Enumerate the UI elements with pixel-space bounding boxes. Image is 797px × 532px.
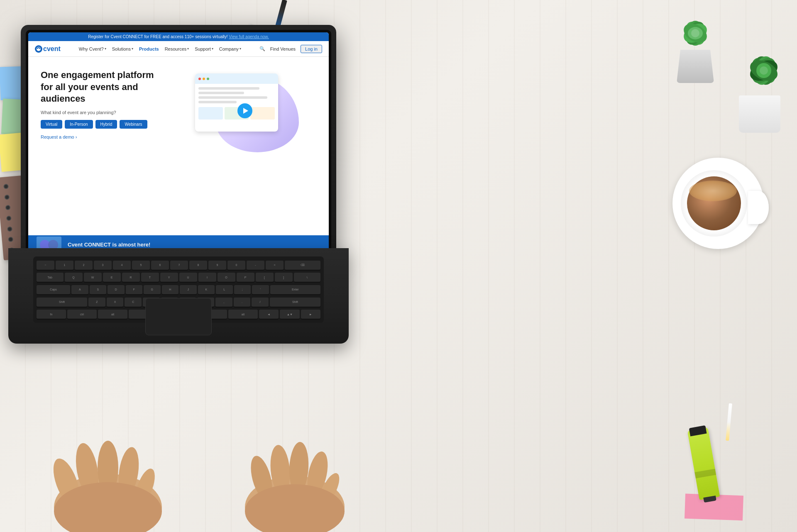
spiral-ring <box>7 226 12 232</box>
key: T <box>141 273 159 282</box>
key: 4 <box>113 261 131 270</box>
key: K <box>198 285 215 294</box>
up-down-arrow-keys[interactable]: ▲▼ <box>280 310 299 319</box>
right-arrow-key[interactable]: ► <box>301 310 320 319</box>
spiral-ring <box>5 205 11 210</box>
key: C <box>125 298 142 307</box>
keyboard-row-1: ~ 1 2 3 4 5 6 7 8 9 0 - = ⌫ <box>37 260 320 271</box>
tab-key[interactable]: Tab <box>37 273 64 282</box>
request-demo-link[interactable]: Request a demo › <box>41 134 165 139</box>
hero-title: One engagement platform for all your eve… <box>41 69 165 105</box>
key: Z <box>88 298 105 307</box>
card-body <box>195 84 278 123</box>
backspace-key[interactable]: ⌫ <box>285 261 320 270</box>
card-items <box>198 107 275 120</box>
virtual-button[interactable]: Virtual <box>41 120 62 129</box>
left-arrow-key[interactable]: ◄ <box>259 310 279 319</box>
find-venues-link[interactable]: Find Venues <box>270 46 296 51</box>
keyboard-row-2: Tab Q W E R T Y U I O P [ ] \ <box>37 272 320 283</box>
login-button[interactable]: Log in <box>301 45 322 53</box>
key: W <box>84 273 102 282</box>
chevron-down-icon: ▾ <box>187 47 189 51</box>
cvent-logo[interactable]: cvent <box>35 45 61 53</box>
key: - <box>247 261 264 270</box>
key: 7 <box>170 261 188 270</box>
plant-leaves-2 <box>731 25 797 95</box>
nav-company[interactable]: Company ▾ <box>219 46 241 51</box>
plant-pot-2 <box>731 25 797 133</box>
key: I <box>198 273 216 282</box>
key: ] <box>275 273 293 282</box>
hero-right-visual <box>174 69 316 152</box>
key: X <box>107 298 124 307</box>
chevron-down-icon: ▾ <box>105 47 106 51</box>
key: E <box>103 273 121 282</box>
nav-solutions[interactable]: Solutions ▾ <box>112 46 133 51</box>
key: 1 <box>56 261 73 270</box>
line-3 <box>198 96 267 99</box>
hero-left-content: One engagement platform for all your eve… <box>41 69 165 152</box>
search-icon[interactable]: 🔍 <box>259 46 265 51</box>
logo-icon <box>35 45 42 53</box>
key: U <box>179 273 197 282</box>
trackpad[interactable] <box>145 298 212 335</box>
key: / <box>252 298 269 307</box>
line-1 <box>198 87 259 90</box>
key: S <box>90 285 107 294</box>
play-triangle-icon <box>243 108 248 114</box>
highlighter-stripe <box>694 469 716 478</box>
dot-green <box>207 78 209 80</box>
navbar: cvent Why Cvent? ▾ Solutions ▾ Products <box>28 41 329 57</box>
chevron-down-icon: ▾ <box>240 47 241 51</box>
card-header <box>195 73 278 84</box>
dot-orange <box>203 78 205 80</box>
shift-right-key[interactable]: Shift <box>270 298 320 307</box>
line-4 <box>198 101 237 103</box>
shift-left-key[interactable]: Shift <box>37 298 87 307</box>
connect-banner-text: Cvent CONNECT is almost here! <box>68 242 150 248</box>
spiral-ring <box>3 184 9 189</box>
webinars-button[interactable]: Webinars <box>120 120 147 129</box>
coffee-foam <box>689 181 737 201</box>
chevron-down-icon: ▾ <box>132 47 133 51</box>
enter-key[interactable]: Enter <box>270 285 321 294</box>
screen-bezel: Register for Cvent CONNECT for FREE and … <box>26 30 331 254</box>
key: , <box>215 298 232 307</box>
hybrid-button[interactable]: Hybrid <box>95 120 117 129</box>
ctrl-key[interactable]: ctrl <box>67 310 97 319</box>
banner-link[interactable]: View full agenda now. <box>229 34 269 39</box>
key: 0 <box>227 261 245 270</box>
coffee-cup <box>681 170 747 237</box>
nav-why-cvent[interactable]: Why Cvent? ▾ <box>79 46 106 51</box>
key: G <box>144 285 161 294</box>
play-button[interactable] <box>237 103 252 118</box>
left-hand <box>48 441 162 532</box>
top-announcement-banner: Register for Cvent CONNECT for FREE and … <box>28 32 329 41</box>
chevron-down-icon: ▾ <box>212 47 213 51</box>
key: O <box>218 273 235 282</box>
key: ' <box>252 285 269 294</box>
alt-right-key[interactable]: alt <box>228 310 258 319</box>
caps-key[interactable]: Caps <box>37 285 70 294</box>
card-item-1 <box>198 107 223 120</box>
logo-text: cvent <box>43 45 61 53</box>
event-type-buttons: Virtual In-Person Hybrid Webinars <box>41 120 165 129</box>
key: [ <box>256 273 274 282</box>
key: 3 <box>94 261 112 270</box>
laptop-screen: Register for Cvent CONNECT for FREE and … <box>28 32 329 254</box>
hero-section: One engagement platform for all your eve… <box>28 57 329 161</box>
spiral-ring <box>6 215 12 221</box>
key: ~ <box>37 261 54 270</box>
alt-key[interactable]: alt <box>98 310 127 319</box>
hero-subtitle: What kind of event are you planning? <box>41 110 165 115</box>
fn-key[interactable]: fn <box>37 310 66 319</box>
nav-items: Why Cvent? ▾ Solutions ▾ Products Resour… <box>79 46 241 51</box>
arrow-icon: › <box>76 134 77 139</box>
laptop-keyboard-base: ~ 1 2 3 4 5 6 7 8 9 0 - = ⌫ Tab Q W E R … <box>8 248 349 344</box>
key: R <box>122 273 140 282</box>
nav-support[interactable]: Support ▾ <box>195 46 213 51</box>
nav-resources[interactable]: Resources ▾ <box>165 46 189 51</box>
key: . <box>234 298 251 307</box>
nav-products[interactable]: Products <box>139 46 159 51</box>
in-person-button[interactable]: In-Person <box>65 120 93 129</box>
